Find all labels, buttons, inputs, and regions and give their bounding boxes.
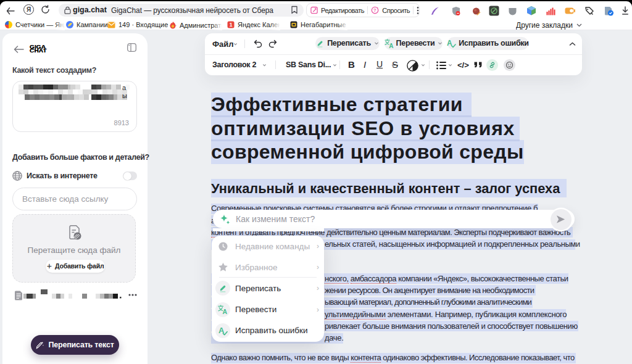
svg-text:1: 1: [230, 22, 233, 28]
svg-text:A: A: [223, 308, 228, 315]
svg-text:A: A: [389, 42, 393, 48]
svg-text:?: ?: [373, 7, 376, 13]
